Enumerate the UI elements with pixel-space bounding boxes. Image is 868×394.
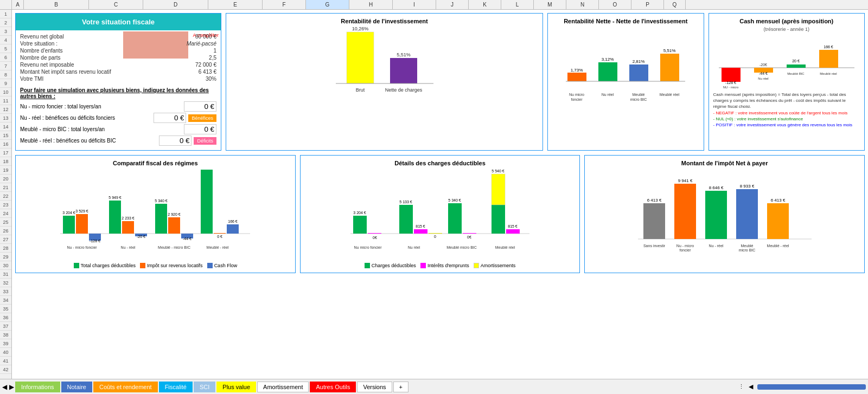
tab-fiscalite[interactable]: Fiscalité xyxy=(159,382,193,392)
cash-mensuel-svg: -128 € NU - micro -44 € Nu réel -20€ xyxy=(716,35,857,89)
svg-text:-44 €: -44 € xyxy=(183,237,192,241)
svg-text:2 920 €: 2 920 € xyxy=(168,212,181,216)
col-header-p: P xyxy=(631,0,664,9)
svg-text:Nu micro: Nu micro xyxy=(569,93,584,96)
svg-text:Nu - réel: Nu - réel xyxy=(121,246,136,249)
tab-couts-rendement[interactable]: Coûts et rendement xyxy=(93,382,158,392)
fiscal-extra-section: Pour faire une simulation avec plusieurs… xyxy=(20,87,216,146)
rentabilite-chart-panel: Rentabilité de l'investissement 10,26% 5… xyxy=(226,13,543,151)
charges-svg: 3 204 € 0€ Nu micro foncier 5 133 € 815 … xyxy=(348,169,532,261)
tab-plus-value[interactable]: Plus value xyxy=(216,382,256,392)
svg-text:5,51%: 5,51% xyxy=(663,48,676,53)
svg-text:10,26%: 10,26% xyxy=(352,27,368,31)
tab-notaire[interactable]: Notaire xyxy=(61,382,92,392)
fiscal-input-row-0: Nu - micro foncier : total loyers/an xyxy=(20,101,216,112)
row-33: 33 xyxy=(0,287,11,296)
fiscal-row-imposable: Revenu net imposable 72 000 € xyxy=(20,62,216,68)
tab-informations[interactable]: Informations xyxy=(15,382,60,392)
svg-text:0€: 0€ xyxy=(467,235,471,239)
nav-next[interactable]: ▶ xyxy=(9,383,14,391)
svg-text:3 204 €: 3 204 € xyxy=(353,211,366,215)
btn-deficits[interactable]: Déficits xyxy=(194,137,216,145)
cash-mensuel-subtitle: (trésorerie - année 1) xyxy=(713,27,860,32)
nav-arrows: ◀ ▶ xyxy=(2,383,14,391)
tab-bar: ◀ ▶ Informations Notaire Coûts et rendem… xyxy=(0,379,868,394)
col-header-b: B xyxy=(24,0,89,9)
col-header-f: F xyxy=(263,0,306,9)
svg-rect-75 xyxy=(429,233,442,234)
svg-rect-37 xyxy=(63,216,75,234)
input-meuble-reel[interactable] xyxy=(159,135,192,146)
col-header-l: L xyxy=(501,0,534,9)
svg-rect-2 xyxy=(390,58,417,83)
row-9: 9 xyxy=(0,79,11,88)
row-8: 8 xyxy=(0,70,11,79)
rentabilite-nette-title: Rentabilité Nette - Nette de l'investiss… xyxy=(552,18,699,24)
btn-benefices[interactable]: Bénéfices xyxy=(188,114,216,122)
svg-rect-18 xyxy=(660,54,679,81)
input-meuble-micro[interactable] xyxy=(184,124,216,134)
tab-bar-scroll-left[interactable]: ◀ xyxy=(749,383,753,390)
svg-text:Meublé réel: Meublé réel xyxy=(820,72,837,75)
row-26: 26 xyxy=(0,227,11,235)
tab-amortissement[interactable]: Amortissement xyxy=(257,382,309,392)
input-nu-micro[interactable] xyxy=(184,101,216,112)
svg-rect-71 xyxy=(399,205,413,234)
svg-text:20 €: 20 € xyxy=(792,59,800,63)
row-38: 38 xyxy=(0,331,11,339)
row-16: 16 xyxy=(0,140,11,148)
tab-bar-menu[interactable]: ⋮ xyxy=(738,383,744,390)
svg-text:8 933 €: 8 933 € xyxy=(739,184,754,189)
svg-text:5 540 €: 5 540 € xyxy=(492,169,504,173)
cash-mensuel-chart-panel: Cash mensuel (après imposition) (trésore… xyxy=(709,13,865,151)
row-32: 32 xyxy=(0,279,11,287)
col-header-o: O xyxy=(599,0,631,9)
tab-add[interactable]: + xyxy=(393,382,409,392)
legend-label-interets: Intérêts d'emprunts xyxy=(427,263,469,268)
svg-text:9 941 €: 9 941 € xyxy=(678,178,692,183)
row-1: 1 xyxy=(0,10,11,18)
tab-autres-outils[interactable]: Autres Outils xyxy=(310,382,356,392)
svg-rect-80 xyxy=(463,233,476,234)
svg-rect-95 xyxy=(674,184,696,239)
svg-text:-128 €: -128 € xyxy=(90,239,100,243)
svg-rect-88 xyxy=(492,174,505,205)
row-19: 19 xyxy=(0,166,11,175)
svg-rect-60 xyxy=(214,233,226,234)
svg-text:166 €: 166 € xyxy=(824,45,833,49)
svg-rect-102 xyxy=(736,189,758,239)
svg-text:3,12%: 3,12% xyxy=(602,57,614,62)
legend-dot-green xyxy=(74,263,79,268)
legend-label-charges-ded: Charges déductibles xyxy=(372,263,416,268)
row-36: 36 xyxy=(0,313,11,322)
tab-bar-right: ⋮ ◀ xyxy=(738,383,866,390)
cash-mensuel-chart: -128 € NU - micro -44 € Nu réel -20€ xyxy=(713,35,860,89)
tab-sci[interactable]: SCI xyxy=(194,382,215,392)
svg-rect-73 xyxy=(414,229,427,234)
tab-scrollbar[interactable] xyxy=(757,384,866,390)
comparatif-svg: 3 204 € 3 529 € -128 € Nu - micro foncie… xyxy=(58,169,253,261)
svg-text:-20€: -20€ xyxy=(760,63,767,67)
fiscal-row-tmi: Votre TMI 30% xyxy=(20,76,216,82)
svg-rect-0 xyxy=(347,32,374,83)
row-35: 35 xyxy=(0,305,11,313)
col-header-j: J xyxy=(436,0,469,9)
fiscal-situation-card: Votre situation fiscale A compléter Reve… xyxy=(15,13,221,151)
svg-rect-85 xyxy=(506,229,520,234)
svg-rect-44 xyxy=(109,201,121,234)
fiscal-card-header: Votre situation fiscale xyxy=(16,14,221,30)
nav-prev[interactable]: ◀ xyxy=(2,383,7,391)
column-headers: A B C D E F G H I J K L M N O P Q xyxy=(0,0,868,10)
row-12: 12 xyxy=(0,105,11,114)
svg-text:-44 €: -44 € xyxy=(759,72,768,75)
spreadsheet: A B C D E F G H I J K L M N O P Q 1 2 3 … xyxy=(0,0,868,394)
fiscal-row-situation: Votre situation : Marié-pacsé xyxy=(20,41,216,47)
svg-text:Nu réel: Nu réel xyxy=(758,77,768,80)
tab-versions[interactable]: Versions xyxy=(357,382,392,392)
row-42: 42 xyxy=(0,365,11,374)
svg-text:-20 €: -20 € xyxy=(137,235,145,238)
svg-text:5,51%: 5,51% xyxy=(397,52,411,57)
svg-text:5 340 €: 5 340 € xyxy=(448,198,461,202)
input-nu-reel[interactable] xyxy=(154,113,186,123)
svg-text:0 €: 0 € xyxy=(217,235,222,238)
